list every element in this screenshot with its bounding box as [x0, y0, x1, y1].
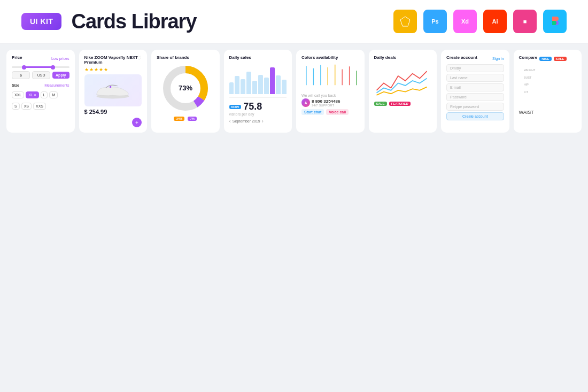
nike-stars: ★★★★★ [84, 67, 142, 72]
size-xxs[interactable]: XXS [33, 103, 46, 110]
month-nav: ‹ September 2019 › [229, 118, 287, 124]
nike-card: ♡ Nike ZOOM Vaporfly NEXT Premium ★★★★★ … [79, 50, 148, 133]
size-xxl[interactable]: XXL [12, 91, 24, 98]
svg-text:FIT: FIT [523, 90, 528, 94]
visitors-badge: NOW [229, 105, 242, 109]
password-field[interactable]: Password [446, 93, 504, 101]
heart-icon[interactable]: ♡ [137, 55, 142, 61]
price-slider-left[interactable] [22, 65, 26, 70]
support-label: 24/7 SUPPORT [312, 104, 340, 107]
acrobat-icon: Ai [483, 10, 507, 33]
daily-sales-title: Daily sales [229, 55, 287, 60]
colors-chart [301, 62, 359, 91]
visitors-section: NOW 75.8 visitors per day ‹ September 20… [229, 97, 287, 124]
apply-button[interactable]: Apply [52, 72, 69, 79]
photoshop-icon: Ps [423, 10, 447, 33]
sign-in-link[interactable]: Sign in [492, 57, 504, 60]
size-m[interactable]: M [49, 91, 58, 98]
currency-field: $ [12, 71, 30, 79]
size-section: Size Measurements XXL XL × L M S XS XXS [12, 83, 69, 110]
sale-badge: SALE [374, 102, 387, 106]
brand-badge-1: 34% [174, 117, 184, 121]
name-field[interactable]: Dmitry [446, 64, 504, 72]
header-title: Cards Library [71, 10, 196, 33]
price-slider-fill [24, 66, 52, 68]
size-label: Size [12, 83, 19, 87]
price-title: Price [12, 55, 22, 60]
callback-label: We will call you back [301, 94, 359, 97]
voice-call-btn[interactable]: Voice call [326, 109, 349, 115]
low-prices-label: Low prices [51, 57, 69, 60]
size-row-2: S XS XXS [12, 103, 69, 110]
size-row: XXL XL × L M [12, 91, 69, 98]
size-xl[interactable]: XL × [26, 91, 38, 98]
compare-chart: WEIGHT BUST HIP FIT [519, 64, 577, 110]
bar-8 [270, 67, 275, 94]
brands-legend: 34% 7% [157, 117, 214, 121]
measurements-label: Measurements [44, 83, 69, 87]
retype-password-field[interactable]: Retype password [446, 103, 504, 111]
phone-avatar: A [301, 98, 310, 107]
cards-grid: Price Low prices $ USD Apply Size Measur… [0, 43, 588, 392]
currency-type: USD [32, 71, 50, 79]
create-account-title: Create account [446, 55, 477, 60]
bar-9 [276, 75, 281, 94]
sale-badge-compare: SALE [554, 57, 567, 61]
brands-title: Share of brands [157, 55, 214, 60]
nike-title: Nike ZOOM Vaporfly NEXT Premium [84, 55, 142, 65]
visitors-label: visitors per day [229, 112, 287, 116]
compare-card: Compare NIKE SALE WEIGHT BUST HIP FIT WA… [514, 50, 582, 133]
daily-deals-card: Daily deals SALE FEATURED [369, 50, 437, 133]
add-to-cart-button[interactable]: + [132, 118, 142, 127]
bar-3 [241, 79, 245, 94]
lastname-field[interactable]: Last name [446, 74, 504, 82]
brand-badge-2: 7% [188, 117, 197, 121]
size-xs[interactable]: XS [21, 103, 32, 110]
bar-7 [264, 78, 269, 94]
create-account-card: Create account Sign in Dmitry Last name … [441, 50, 509, 133]
ui-kit-badge: UI KIT [21, 13, 61, 30]
bar-5 [252, 81, 257, 94]
nike-price: $ 254.99 [84, 109, 107, 115]
brands-donut: 73% [157, 64, 214, 112]
phone-number: 8 800 3254486 [312, 99, 340, 104]
create-account-button[interactable]: Create account [446, 112, 504, 120]
price-slider[interactable] [12, 66, 69, 68]
bar-10 [282, 80, 287, 94]
prev-month[interactable]: ‹ [229, 118, 231, 124]
size-l[interactable]: L [41, 91, 48, 98]
next-month[interactable]: › [262, 118, 264, 124]
email-field[interactable]: E-mail [446, 83, 504, 91]
svg-text:BUST: BUST [523, 76, 531, 79]
bar-2 [235, 76, 239, 94]
svg-text:HIP: HIP [523, 83, 528, 86]
deals-badges: SALE FEATURED [374, 102, 432, 106]
header-left: UI KIT Cards Library [21, 10, 197, 33]
price-inputs: $ USD Apply [12, 71, 69, 79]
chat-call-btns: Start chat Voice call [301, 109, 359, 115]
start-chat-btn[interactable]: Start chat [301, 109, 324, 115]
size-s[interactable]: S [12, 103, 20, 110]
svg-point-3 [110, 86, 112, 88]
sketch-icon [393, 10, 417, 33]
featured-badge: FEATURED [389, 102, 411, 106]
svg-text:73%: 73% [179, 84, 192, 92]
header: UI KIT Cards Library Ps Xd Ai ■ [0, 0, 588, 43]
tool-icons: Ps Xd Ai ■ [393, 10, 567, 33]
daily-sales-chart [229, 62, 287, 94]
indesign-icon: ■ [513, 10, 537, 33]
brands-card: Share of brands 73% 34% 7% [151, 50, 220, 133]
bar-6 [258, 75, 263, 94]
daily-deals-title: Daily deals [374, 55, 432, 60]
svg-text:WEIGHT: WEIGHT [523, 68, 535, 72]
compare-title: Compare [519, 55, 538, 60]
shoe-image [84, 74, 142, 106]
deals-chart [374, 62, 432, 99]
svg-marker-0 [400, 17, 410, 26]
price-slider-right[interactable] [51, 65, 55, 70]
visitors-count: 75.8 [243, 101, 262, 112]
colors-avail-card: Colors availability We will call you bac… [296, 50, 365, 133]
figma-icon [543, 10, 567, 33]
phone-row: A 8 800 3254486 24/7 SUPPORT [301, 98, 359, 107]
price-card: Price Low prices $ USD Apply Size Measur… [6, 50, 75, 133]
